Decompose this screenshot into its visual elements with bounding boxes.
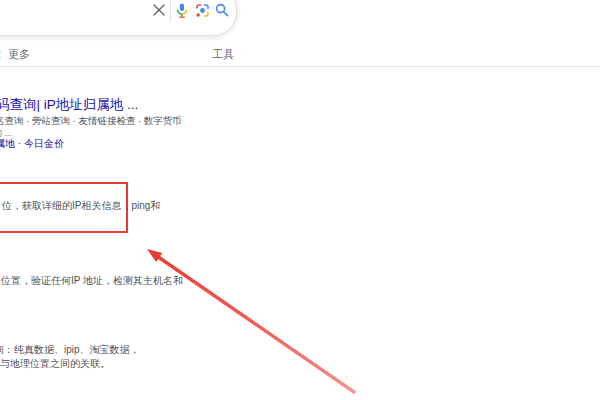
- search-bar[interactable]: [0, 0, 237, 36]
- snippet-text-2: 位置，验证任何IP 地址，检测其主机名和: [1, 274, 183, 288]
- snippet-text-3-line1: 询：纯真数据、ipip、淘宝数据，: [0, 343, 140, 357]
- result-snippet: 名查询 · 旁站查询 · 友情链接检查 · 数字货币: [0, 115, 182, 128]
- result-sitelinks[interactable]: 属地 · 今日金价: [0, 137, 64, 151]
- more-menu-button[interactable]: 更多: [8, 47, 30, 62]
- toolbar-divider: [0, 66, 600, 67]
- highlighted-snippet-text: 位，获取详细的IP相关信息，ping和: [2, 199, 160, 213]
- search-icon[interactable]: [214, 2, 230, 18]
- google-lens-icon[interactable]: [194, 2, 210, 18]
- search-bar-divider: [170, 0, 171, 22]
- result-title-link[interactable]: 码查询| iP地址归属地 ...: [0, 96, 138, 114]
- google-search-results-page: ¦ 更多 工具 码查询| iP地址归属地 ... 名查询 · 旁站查询 · 友情…: [0, 0, 600, 400]
- tools-button[interactable]: 工具: [212, 47, 234, 62]
- snippet-text-3-line2: 与地理位置之间的关联。: [0, 357, 110, 371]
- voice-search-icon[interactable]: [174, 2, 190, 18]
- cropped-tab-fragment: ¦: [0, 48, 1, 60]
- clear-search-icon[interactable]: [151, 2, 167, 18]
